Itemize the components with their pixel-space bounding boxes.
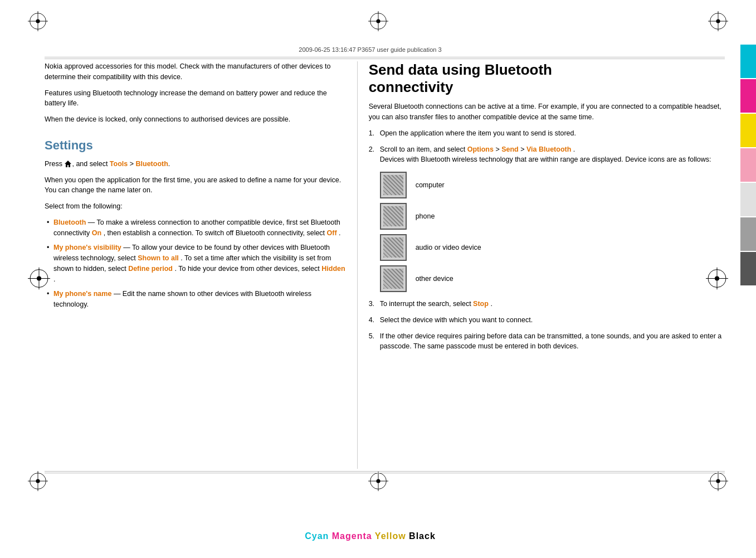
settings-section-title: Settings: [45, 136, 346, 154]
footer-rule-bottom: [45, 473, 725, 473]
device-icons: computer phone audio or video device: [380, 172, 725, 292]
settings-press-text: Press , and select Tools > Bluetooth.: [45, 159, 346, 169]
header-rule-bottom: [45, 59, 725, 59]
right-intro: Several Bluetooth connections can be act…: [369, 101, 725, 123]
header-rule-top: [45, 57, 725, 57]
bluetooth-link: Bluetooth: [136, 160, 168, 168]
bullet-visibility-link: My phone's visibility: [53, 244, 121, 251]
side-tab-light-gray: [740, 183, 756, 216]
reg-mark-top-left: [28, 11, 48, 31]
device-row-phone: phone: [380, 203, 725, 230]
numbered-item-5-text: If the other device requires pairing bef…: [380, 332, 722, 351]
device-row-computer: computer: [380, 172, 725, 198]
side-tabs: [740, 0, 756, 558]
intro-para-1: Nokia approved accessories for this mode…: [45, 61, 346, 83]
reg-mark-bottom-right: [708, 471, 728, 491]
side-tab-yellow: [740, 114, 756, 147]
bullet-phone-name: My phone's name — Edit the name shown to…: [45, 289, 346, 310]
numbered-item-1: 1. Open the application where the item y…: [369, 128, 725, 139]
bullet-visibility-text4: .: [53, 275, 55, 283]
audio-icon: [380, 234, 407, 261]
via-bluetooth-link: Via Bluetooth: [526, 145, 571, 153]
cmyk-footer: Cyan Magenta Yellow Black: [0, 531, 740, 541]
numbered-item-2-text: Scroll to an item, and select: [380, 145, 467, 153]
side-tab-pink: [740, 148, 756, 182]
tools-link: Tools: [110, 160, 128, 168]
timestamp: 2009-06-25 13:16:47 P3657 user guide pub…: [0, 46, 740, 53]
bullet-visibility-hidden: Hidden: [321, 265, 345, 273]
send-link: Send: [501, 145, 519, 153]
home-icon: [64, 160, 72, 168]
settings-bullet-list: Bluetooth — To make a wireless connectio…: [45, 217, 346, 310]
cmyk-black: Black: [409, 531, 436, 541]
numbered-item-3-period: .: [490, 300, 492, 308]
cmyk-magenta: Magenta: [332, 531, 372, 541]
audio-label: audio or video device: [416, 242, 481, 253]
svg-point-27: [376, 479, 380, 483]
reg-mark-top-right: [708, 11, 728, 31]
computer-icon: [380, 172, 407, 198]
footer-rule-top: [45, 471, 725, 472]
intro-para-2: Features using Bluetooth technology incr…: [45, 88, 346, 109]
right-column: Send data using Bluetooth connectivity S…: [358, 61, 725, 469]
bullet-visibility-shown: Shown to all: [138, 254, 179, 262]
svg-point-23: [36, 479, 40, 483]
bullet-visibility-define: Define period: [128, 265, 173, 273]
numbered-item-3-text: To interrupt the search, select: [380, 300, 473, 308]
device-row-audio: audio or video device: [380, 234, 725, 261]
left-column: Nokia approved accessories for this mode…: [45, 61, 358, 469]
side-tab-dark-gray: [740, 252, 756, 285]
svg-point-7: [376, 19, 380, 23]
select-from: Select from the following:: [45, 201, 346, 212]
bullet-bluetooth-text2: , then establish a connection. To switch…: [104, 229, 327, 237]
numbered-item-2-text2: .: [573, 145, 575, 153]
numbered-item-1-text: Open the application where the item you …: [380, 129, 576, 137]
svg-point-3: [36, 19, 40, 23]
phone-icon: [380, 203, 407, 230]
other-label: other device: [416, 274, 453, 284]
bullet-visibility-text3: . To hide your device from other devices…: [174, 265, 321, 273]
svg-point-31: [716, 479, 720, 483]
phone-label: phone: [416, 211, 435, 222]
options-link: Options: [467, 145, 494, 153]
right-section-title: Send data using Bluetooth connectivity: [369, 61, 725, 96]
bullet-bluetooth-text3: .: [339, 229, 340, 237]
other-icon: [380, 265, 407, 292]
numbered-item-3: 3. To interrupt the search, select Stop …: [369, 299, 725, 309]
numbered-list: 1. Open the application where the item y…: [369, 128, 725, 352]
bullet-bluetooth-off: Off: [327, 229, 337, 237]
numbered-item-4: 4. Select the device with which you want…: [369, 315, 725, 326]
side-tab-gray: [740, 217, 756, 251]
cmyk-yellow: Yellow: [375, 531, 406, 541]
numbered-item-2-gt1: >: [495, 145, 501, 153]
numbered-item-2: 2. Scroll to an item, and select Options…: [369, 144, 725, 293]
numbered-item-4-text: Select the device with which you want to…: [380, 316, 533, 324]
side-tab-magenta: [740, 79, 756, 113]
reg-mark-bottom-center: [368, 471, 388, 491]
numbered-item-2-desc: Devices with Bluetooth wireless technolo…: [380, 156, 711, 163]
device-row-other: other device: [380, 265, 725, 292]
page-container: 2009-06-25 13:16:47 P3657 user guide pub…: [0, 0, 756, 558]
bullet-visibility: My phone's visibility — To allow your de…: [45, 242, 346, 284]
stop-link: Stop: [473, 300, 489, 308]
settings-desc: When you open the application for the fi…: [45, 175, 346, 196]
content-area: Nokia approved accessories for this mode…: [45, 61, 725, 469]
bullet-bluetooth-link: Bluetooth: [53, 219, 86, 226]
bullet-bluetooth-on: On: [92, 229, 101, 237]
svg-point-15: [37, 276, 41, 280]
intro-para-3: When the device is locked, only connecti…: [45, 114, 346, 125]
reg-mark-top-center: [368, 11, 388, 31]
side-tab-cyan: [740, 45, 756, 78]
svg-point-11: [716, 19, 720, 23]
cmyk-cyan: Cyan: [305, 531, 329, 541]
numbered-item-5: 5. If the other device requires pairing …: [369, 331, 725, 352]
numbered-item-2-gt2: >: [520, 145, 526, 153]
reg-mark-bottom-left: [28, 471, 48, 491]
computer-label: computer: [416, 180, 445, 191]
bullet-bluetooth: Bluetooth — To make a wireless connectio…: [45, 217, 346, 239]
bullet-phone-name-link: My phone's name: [53, 290, 111, 298]
